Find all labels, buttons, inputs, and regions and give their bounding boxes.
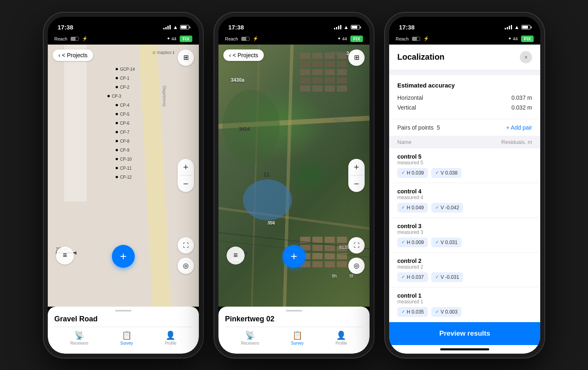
map-1[interactable]: GCP-14 CP-1 CP-2 CP-3 (48, 45, 199, 307)
svg-rect-9 (312, 61, 323, 67)
pairs-row: Pairs of points 5 + Add pair (389, 119, 540, 136)
control-item-3[interactable]: control 3 measured 3 ✓ H 0.009 ✓ V 0.031 (389, 218, 540, 253)
horizontal-value: 0.037 m (511, 94, 532, 101)
control-item-2[interactable]: control 2 measured 2 ✓ H 0.037 ✓ V -0.03… (389, 253, 540, 287)
svg-rect-37 (312, 261, 323, 267)
svg-point-41 (223, 90, 280, 163)
map-point-GCP14: GCP-14 (115, 67, 135, 72)
control-3-h-chip: ✓ H 0.009 (397, 238, 428, 247)
control-5-name: control 5 (397, 153, 532, 160)
control-item-1[interactable]: control 1 measured 1 ✓ H 0.035 ✓ V 0.003 (389, 287, 540, 322)
fullscreen-btn-2[interactable]: ⛶ (348, 237, 365, 253)
signal-bars-1 (163, 25, 171, 29)
zoom-controls-2[interactable]: + − (348, 159, 365, 192)
map-point-CP10: CP-10 (115, 157, 135, 161)
list-btn-1[interactable]: ≡ (56, 247, 74, 265)
zoom-in-btn-2[interactable]: + (348, 159, 365, 175)
location-btn-1[interactable]: ◎ (178, 258, 194, 274)
control-3-v-chip: ✓ V 0.031 (431, 238, 461, 247)
tab-receivers-2[interactable]: 📡 Receivers (241, 330, 259, 345)
signal-bar-3 (167, 26, 169, 29)
notch-1 (98, 17, 149, 31)
receivers-icon-2: 📡 (245, 330, 255, 340)
map-point-CP6: CP-6 (115, 121, 135, 126)
control-item-5[interactable]: control 5 measured 5 ✓ H 0.039 ✓ V 0.038 (389, 148, 540, 183)
fullscreen-icon-1: ⛶ (183, 242, 189, 249)
back-btn-1[interactable]: ‹ < Projects (53, 49, 93, 61)
fullscreen-btn-1[interactable]: ⛶ (178, 237, 194, 253)
wifi-icon-2: ▲ (343, 24, 349, 30)
map-point-CP11: CP-11 (115, 166, 135, 170)
loc-header: Localization × (389, 45, 540, 70)
status-right-2: ▲ (334, 24, 360, 30)
svg-rect-14 (325, 69, 335, 75)
tab-survey-1[interactable]: 📋 Survey (120, 330, 133, 345)
svg-rect-26 (325, 237, 335, 243)
survey-icon-1: 📋 (122, 330, 132, 340)
control-4-v-chip: ✓ V -0.042 (431, 203, 463, 213)
gps-reach-1: Reach (54, 36, 67, 41)
label-11: 11 (263, 171, 270, 178)
svg-line-2 (218, 208, 370, 229)
location-btn-2[interactable]: ◎ (348, 258, 365, 274)
svg-rect-22 (325, 85, 335, 92)
map-satellite: 3415 3430a 3414 700m 11 356 3488 8135 8h… (218, 45, 370, 307)
zoom-controls-1[interactable]: + − (178, 159, 194, 192)
zoom-out-btn-1[interactable]: − (178, 176, 194, 192)
fullscreen-icon-2: ⛶ (354, 242, 359, 249)
tab-profile-1[interactable]: 👤 Profile (165, 330, 176, 345)
layers-btn-2[interactable]: ⊞ (348, 49, 365, 66)
loc-close-btn[interactable]: × (520, 51, 532, 63)
tab-receivers-1[interactable]: 📡 Receivers (70, 330, 88, 345)
control-item-4[interactable]: control 4 measured 4 ✓ H 0.049 ✓ V -0.04… (389, 183, 540, 218)
tab-survey-2[interactable]: 📋 Survey (291, 330, 303, 345)
svg-rect-25 (312, 237, 323, 243)
add-pair-btn[interactable]: + Add pair (506, 124, 532, 131)
status-right-3: ▲ (505, 24, 530, 30)
battery-icon-3 (521, 25, 530, 29)
col-name: Name (397, 139, 412, 145)
fab-1[interactable]: + (112, 245, 135, 268)
control-2-residuals: ✓ H 0.037 ✓ V -0.031 (397, 272, 532, 282)
label-700m: 700m (334, 118, 345, 123)
fab-2[interactable]: + (283, 245, 305, 268)
preview-results-btn[interactable]: Preview results (389, 322, 540, 345)
map-2[interactable]: 3415 3430a 3414 700m 11 356 3488 8135 8h… (218, 45, 370, 307)
map-point-CP4: CP-4 (115, 103, 135, 108)
wifi-icon-1: ▲ (173, 24, 178, 30)
gps-count-1: ✦ 44 (167, 36, 176, 41)
layers-icon-1: ⊞ (183, 54, 189, 61)
back-chevron-2: ‹ (229, 52, 231, 58)
svg-rect-4 (300, 53, 310, 59)
zoom-in-btn-1[interactable]: + (178, 159, 194, 175)
control-3-measured: measured 3 (397, 229, 532, 235)
project-name-2: Pinkertweg 02 (225, 315, 363, 327)
map-point-CP9: CP-9 (115, 148, 135, 152)
accuracy-title: Estimated accuracy (397, 82, 532, 89)
tab-profile-2[interactable]: 👤 Profile (336, 330, 347, 345)
profile-icon-1: 👤 (165, 330, 176, 340)
control-1-name: control 1 (397, 292, 532, 299)
control-4-residuals: ✓ H 0.049 ✓ V -0.042 (397, 203, 532, 213)
layers-btn-1[interactable]: ⊞ (178, 49, 194, 66)
back-btn-2[interactable]: ‹ < Projects (223, 49, 264, 61)
svg-rect-17 (312, 77, 323, 83)
svg-point-40 (243, 179, 292, 220)
list-btn-2[interactable]: ≡ (227, 247, 245, 265)
tab-bar-1: 📡 Receivers 📋 Survey 👤 Profile (54, 327, 192, 354)
map-point-CP5: CP-5 (115, 112, 135, 117)
location-icon-1: ◎ (183, 262, 189, 269)
control-5-measured: measured 5 (397, 160, 532, 166)
vertical-value: 0.032 m (511, 104, 532, 111)
battery-icon-2 (351, 25, 360, 29)
location-icon-2: ◎ (354, 262, 359, 269)
svg-rect-20 (300, 85, 310, 92)
label-356: 356 (267, 220, 275, 225)
zoom-out-btn-2[interactable]: − (348, 176, 365, 192)
layers-icon-2: ⊞ (354, 54, 359, 61)
signal-bar-2 (165, 27, 167, 29)
home-indicator-3 (389, 345, 540, 354)
list-icon-1: ≡ (63, 251, 67, 260)
map-points-1: GCP-14 CP-1 CP-2 CP-3 (115, 67, 135, 179)
map-gravel: GCP-14 CP-1 CP-2 CP-3 (48, 45, 199, 307)
